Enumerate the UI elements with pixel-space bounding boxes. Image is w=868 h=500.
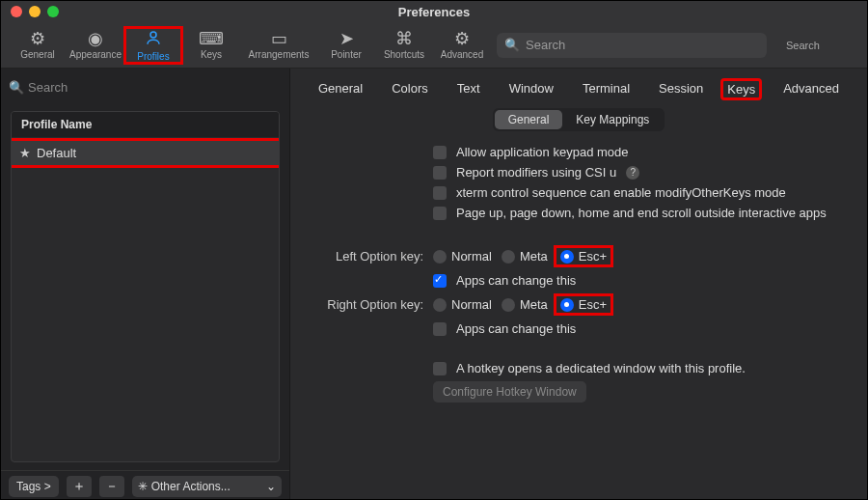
toolbar-general[interactable]: ⚙ General <box>9 28 67 62</box>
toolbar-appearance[interactable]: ◉ Appearance <box>67 28 124 62</box>
gear-icon: ✳ <box>138 480 148 493</box>
titlebar: Preferences <box>1 1 867 22</box>
radio-right-normal[interactable] <box>433 298 447 312</box>
radio-left-meta[interactable] <box>502 250 515 264</box>
radio-right-esc[interactable] <box>560 298 574 312</box>
toolbar-keys[interactable]: ⌨ Keys <box>182 28 240 62</box>
close-window-button[interactable] <box>11 6 22 17</box>
traffic-lights <box>11 6 59 17</box>
svg-point-0 <box>150 32 156 38</box>
sidebar-bottom-bar: Tags > ＋ － ✳Other Actions... ⌄ <box>1 470 289 500</box>
label-allow-keypad: Allow application keypad mode <box>456 145 629 159</box>
sidebar: 🔍 Search Profile Name ★ Default Tags > ＋… <box>1 69 290 500</box>
label-page-scroll: Page up, page down, home and end scroll … <box>456 206 827 220</box>
label-right-apps-change: Apps can change this <box>456 321 576 336</box>
gears-icon: ⚙ <box>454 30 470 47</box>
add-profile-button[interactable]: ＋ <box>67 476 92 497</box>
tab-colors[interactable]: Colors <box>384 78 436 100</box>
checkbox-right-apps-change[interactable] <box>433 322 447 336</box>
tags-button[interactable]: Tags > <box>9 476 59 497</box>
label-hotkey-window: A hotkey opens a dedicated window with t… <box>456 361 746 375</box>
toolbar-arrangements[interactable]: ▭ Arrangements <box>240 28 317 62</box>
toolbar-search-label: Search <box>786 40 820 51</box>
search-icon: 🔍 <box>504 38 520 52</box>
tab-terminal[interactable]: Terminal <box>575 78 637 100</box>
tab-window[interactable]: Window <box>502 78 561 100</box>
toolbar: ⚙ General ◉ Appearance Profiles ⌨ Keys ▭… <box>1 22 867 69</box>
eye-icon: ◉ <box>88 30 103 47</box>
pointer-icon: ➤ <box>339 30 354 47</box>
checkbox-report-csi[interactable] <box>433 166 447 180</box>
toolbar-search-input[interactable]: 🔍 Search <box>497 33 767 58</box>
profile-tabs: General Colors Text Window Terminal Sess… <box>308 78 850 100</box>
tab-keys[interactable]: Keys <box>720 78 762 100</box>
radio-left-esc[interactable] <box>560 250 574 264</box>
toolbar-shortcuts[interactable]: ⌘ Shortcuts <box>375 28 433 62</box>
radio-right-meta[interactable] <box>502 298 515 312</box>
gear-icon: ⚙ <box>30 30 45 47</box>
windows-icon: ▭ <box>271 30 287 47</box>
other-actions-dropdown[interactable]: ✳Other Actions... ⌄ <box>132 476 282 497</box>
subtab-general[interactable]: General <box>495 110 563 129</box>
tab-advanced[interactable]: Advanced <box>775 78 847 100</box>
zoom-window-button[interactable] <box>47 6 59 17</box>
tab-general[interactable]: General <box>311 78 370 100</box>
profile-row-default[interactable]: ★ Default <box>12 141 279 165</box>
preferences-window: Preferences ⚙ General ◉ Appearance Profi… <box>0 0 868 500</box>
subtab-key-mappings[interactable]: Key Mappings <box>562 110 663 129</box>
checkbox-page-scroll[interactable] <box>433 207 447 220</box>
tab-session[interactable]: Session <box>651 78 711 100</box>
keyboard-icon: ⌨ <box>199 30 224 47</box>
checkbox-left-apps-change[interactable] <box>433 274 447 288</box>
tab-text[interactable]: Text <box>449 78 488 100</box>
radio-left-normal[interactable] <box>433 250 447 264</box>
window-title: Preferences <box>398 5 470 19</box>
checkbox-xterm-modify[interactable] <box>433 186 447 200</box>
help-icon[interactable]: ? <box>626 166 639 180</box>
toolbar-pointer[interactable]: ➤ Pointer <box>317 28 375 62</box>
main-panel: General Colors Text Window Terminal Sess… <box>290 69 867 500</box>
profile-search-input[interactable]: 🔍 Search <box>9 74 282 99</box>
star-icon: ★ <box>19 146 31 160</box>
label-xterm-modify: xterm control sequence can enable modify… <box>456 185 786 200</box>
profile-list-header: Profile Name <box>12 112 279 137</box>
checkbox-hotkey-window[interactable] <box>433 362 447 375</box>
label-report-csi: Report modifiers using CSI u <box>456 165 616 180</box>
label-left-apps-change: Apps can change this <box>456 273 576 288</box>
chevron-down-icon: ⌄ <box>266 480 276 493</box>
minimize-window-button[interactable] <box>29 6 41 17</box>
keys-subtabs: General Key Mappings <box>308 108 850 131</box>
toolbar-advanced[interactable]: ⚙ Advanced <box>433 28 491 62</box>
profile-list: Profile Name ★ Default <box>11 111 280 462</box>
body: 🔍 Search Profile Name ★ Default Tags > ＋… <box>1 69 867 500</box>
checkbox-allow-keypad[interactable] <box>433 146 447 159</box>
search-icon: 🔍 <box>9 80 24 95</box>
label-left-option: Left Option key: <box>308 249 433 264</box>
configure-hotkey-button[interactable]: Configure Hotkey Window <box>433 381 586 403</box>
toolbar-profiles[interactable]: Profiles <box>124 27 182 64</box>
label-right-option: Right Option key: <box>308 297 433 312</box>
person-icon <box>145 29 162 49</box>
remove-profile-button[interactable]: － <box>99 476 124 497</box>
command-icon: ⌘ <box>395 30 413 47</box>
